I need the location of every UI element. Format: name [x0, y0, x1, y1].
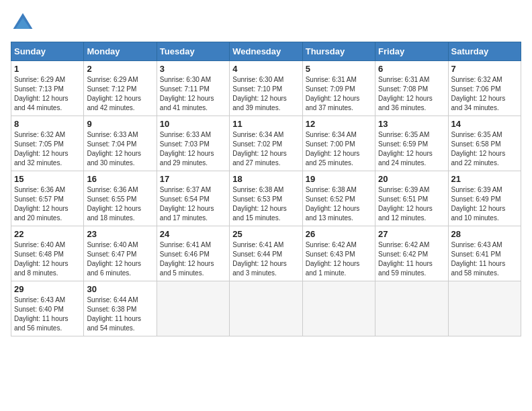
- calendar-cell: 5Sunrise: 6:31 AMSunset: 7:09 PMDaylight…: [302, 61, 375, 116]
- calendar-cell: [230, 281, 302, 336]
- day-info: Sunrise: 6:29 AMSunset: 7:12 PMDaylight:…: [87, 75, 153, 113]
- calendar-cell: 2Sunrise: 6:29 AMSunset: 7:12 PMDaylight…: [84, 61, 157, 116]
- day-info: Sunrise: 6:32 AMSunset: 7:06 PMDaylight:…: [451, 75, 518, 113]
- day-info: Sunrise: 6:33 AMSunset: 7:03 PMDaylight:…: [160, 130, 226, 168]
- calendar-cell: 7Sunrise: 6:32 AMSunset: 7:06 PMDaylight…: [448, 61, 521, 116]
- calendar-cell: 16Sunrise: 6:36 AMSunset: 6:55 PMDayligh…: [84, 171, 157, 226]
- day-info: Sunrise: 6:39 AMSunset: 6:51 PMDaylight:…: [378, 185, 445, 223]
- day-number: 18: [232, 174, 299, 184]
- calendar-cell: 26Sunrise: 6:42 AMSunset: 6:43 PMDayligh…: [302, 226, 375, 281]
- day-number: 27: [378, 229, 445, 239]
- calendar-table: SundayMondayTuesdayWednesdayThursdayFrid…: [11, 42, 521, 336]
- day-number: 10: [160, 119, 226, 129]
- calendar-cell: 15Sunrise: 6:36 AMSunset: 6:57 PMDayligh…: [11, 171, 84, 226]
- day-of-week-header: Thursday: [302, 42, 375, 61]
- day-number: 13: [378, 119, 445, 129]
- day-number: 7: [451, 64, 518, 74]
- calendar-cell: 6Sunrise: 6:31 AMSunset: 7:08 PMDaylight…: [375, 61, 448, 116]
- day-number: 20: [378, 174, 445, 184]
- day-info: Sunrise: 6:41 AMSunset: 6:46 PMDaylight:…: [160, 240, 226, 278]
- calendar-cell: 4Sunrise: 6:30 AMSunset: 7:10 PMDaylight…: [230, 61, 302, 116]
- calendar-cell: 30Sunrise: 6:44 AMSunset: 6:38 PMDayligh…: [84, 281, 157, 336]
- calendar-cell: 1Sunrise: 6:29 AMSunset: 7:13 PMDaylight…: [11, 61, 84, 116]
- day-info: Sunrise: 6:36 AMSunset: 6:57 PMDaylight:…: [14, 185, 81, 223]
- day-number: 8: [14, 119, 81, 129]
- day-of-week-header: Tuesday: [157, 42, 229, 61]
- calendar-cell: 13Sunrise: 6:35 AMSunset: 6:59 PMDayligh…: [375, 116, 448, 171]
- day-info: Sunrise: 6:35 AMSunset: 6:58 PMDaylight:…: [451, 130, 518, 168]
- day-info: Sunrise: 6:42 AMSunset: 6:42 PMDaylight:…: [378, 240, 445, 278]
- calendar-cell: 28Sunrise: 6:43 AMSunset: 6:41 PMDayligh…: [448, 226, 521, 281]
- calendar-cell: 14Sunrise: 6:35 AMSunset: 6:58 PMDayligh…: [448, 116, 521, 171]
- calendar-cell: 27Sunrise: 6:42 AMSunset: 6:42 PMDayligh…: [375, 226, 448, 281]
- day-number: 5: [306, 64, 372, 74]
- day-info: Sunrise: 6:39 AMSunset: 6:49 PMDaylight:…: [451, 185, 518, 223]
- day-info: Sunrise: 6:43 AMSunset: 6:41 PMDaylight:…: [451, 240, 518, 278]
- calendar-cell: 17Sunrise: 6:37 AMSunset: 6:54 PMDayligh…: [157, 171, 229, 226]
- day-number: 2: [87, 64, 153, 74]
- day-number: 21: [451, 174, 518, 184]
- day-number: 25: [232, 229, 299, 239]
- day-info: Sunrise: 6:35 AMSunset: 6:59 PMDaylight:…: [378, 130, 445, 168]
- day-info: Sunrise: 6:43 AMSunset: 6:40 PMDaylight:…: [14, 295, 81, 333]
- day-info: Sunrise: 6:31 AMSunset: 7:08 PMDaylight:…: [378, 75, 445, 113]
- calendar-cell: [302, 281, 375, 336]
- calendar-cell: [448, 281, 521, 336]
- day-info: Sunrise: 6:34 AMSunset: 7:02 PMDaylight:…: [232, 130, 299, 168]
- logo-icon: [11, 11, 35, 35]
- day-info: Sunrise: 6:37 AMSunset: 6:54 PMDaylight:…: [160, 185, 226, 223]
- day-number: 3: [160, 64, 226, 74]
- day-number: 23: [87, 229, 153, 239]
- day-info: Sunrise: 6:38 AMSunset: 6:52 PMDaylight:…: [306, 185, 372, 223]
- day-number: 15: [14, 174, 81, 184]
- day-of-week-header: Friday: [375, 42, 448, 61]
- day-number: 6: [378, 64, 445, 74]
- day-info: Sunrise: 6:42 AMSunset: 6:43 PMDaylight:…: [306, 240, 372, 278]
- page-header: [11, 11, 521, 35]
- day-info: Sunrise: 6:31 AMSunset: 7:09 PMDaylight:…: [306, 75, 372, 113]
- day-info: Sunrise: 6:30 AMSunset: 7:10 PMDaylight:…: [232, 75, 299, 113]
- day-number: 16: [87, 174, 153, 184]
- calendar-cell: [375, 281, 448, 336]
- day-number: 24: [160, 229, 226, 239]
- calendar-cell: 8Sunrise: 6:32 AMSunset: 7:05 PMDaylight…: [11, 116, 84, 171]
- day-number: 29: [14, 284, 81, 294]
- day-info: Sunrise: 6:36 AMSunset: 6:55 PMDaylight:…: [87, 185, 153, 223]
- day-number: 22: [14, 229, 81, 239]
- day-info: Sunrise: 6:32 AMSunset: 7:05 PMDaylight:…: [14, 130, 81, 168]
- day-number: 1: [14, 64, 81, 74]
- day-of-week-header: Saturday: [448, 42, 521, 61]
- calendar-cell: 21Sunrise: 6:39 AMSunset: 6:49 PMDayligh…: [448, 171, 521, 226]
- day-info: Sunrise: 6:41 AMSunset: 6:44 PMDaylight:…: [232, 240, 299, 278]
- logo: [11, 11, 38, 35]
- day-number: 17: [160, 174, 226, 184]
- calendar-cell: 23Sunrise: 6:40 AMSunset: 6:47 PMDayligh…: [84, 226, 157, 281]
- calendar-cell: 19Sunrise: 6:38 AMSunset: 6:52 PMDayligh…: [302, 171, 375, 226]
- day-number: 28: [451, 229, 518, 239]
- day-number: 11: [232, 119, 299, 129]
- calendar-cell: 20Sunrise: 6:39 AMSunset: 6:51 PMDayligh…: [375, 171, 448, 226]
- day-info: Sunrise: 6:34 AMSunset: 7:00 PMDaylight:…: [306, 130, 372, 168]
- day-info: Sunrise: 6:29 AMSunset: 7:13 PMDaylight:…: [14, 75, 81, 113]
- day-of-week-header: Sunday: [11, 42, 84, 61]
- calendar-cell: 24Sunrise: 6:41 AMSunset: 6:46 PMDayligh…: [157, 226, 229, 281]
- day-info: Sunrise: 6:40 AMSunset: 6:47 PMDaylight:…: [87, 240, 153, 278]
- calendar-cell: 3Sunrise: 6:30 AMSunset: 7:11 PMDaylight…: [157, 61, 229, 116]
- calendar-cell: [157, 281, 229, 336]
- day-of-week-header: Monday: [84, 42, 157, 61]
- day-number: 9: [87, 119, 153, 129]
- calendar-cell: 29Sunrise: 6:43 AMSunset: 6:40 PMDayligh…: [11, 281, 84, 336]
- calendar-cell: 22Sunrise: 6:40 AMSunset: 6:48 PMDayligh…: [11, 226, 84, 281]
- day-info: Sunrise: 6:44 AMSunset: 6:38 PMDaylight:…: [87, 295, 153, 333]
- day-number: 14: [451, 119, 518, 129]
- calendar-cell: 25Sunrise: 6:41 AMSunset: 6:44 PMDayligh…: [230, 226, 302, 281]
- calendar-cell: 11Sunrise: 6:34 AMSunset: 7:02 PMDayligh…: [230, 116, 302, 171]
- day-number: 12: [306, 119, 372, 129]
- day-number: 26: [306, 229, 372, 239]
- calendar-cell: 10Sunrise: 6:33 AMSunset: 7:03 PMDayligh…: [157, 116, 229, 171]
- calendar-cell: 12Sunrise: 6:34 AMSunset: 7:00 PMDayligh…: [302, 116, 375, 171]
- day-of-week-header: Wednesday: [230, 42, 302, 61]
- day-info: Sunrise: 6:40 AMSunset: 6:48 PMDaylight:…: [14, 240, 81, 278]
- day-info: Sunrise: 6:30 AMSunset: 7:11 PMDaylight:…: [160, 75, 226, 113]
- day-number: 19: [306, 174, 372, 184]
